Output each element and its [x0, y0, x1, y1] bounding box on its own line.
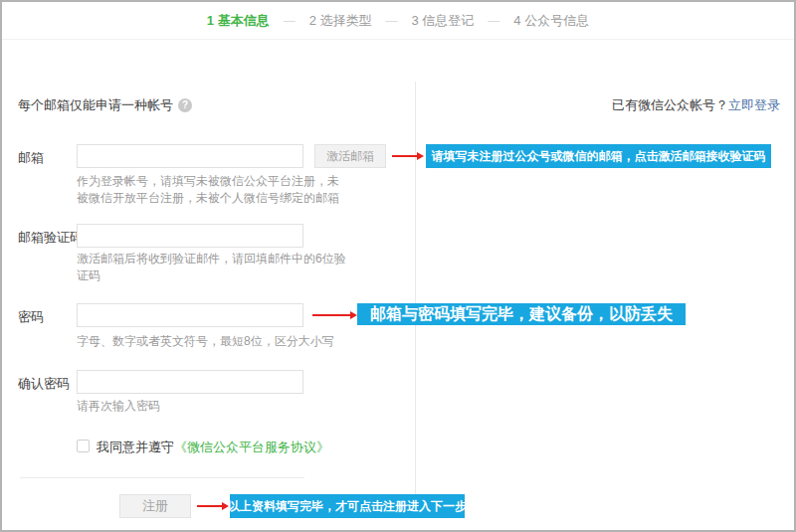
email-hint-line1: 作为登录帐号，请填写未被微信公众平台注册，未: [77, 173, 339, 190]
annotation-register: 以上资料填写完毕，才可点击注册进入下一步: [230, 494, 465, 518]
red-arrow-icon: [312, 314, 350, 316]
register-button[interactable]: 注册: [119, 494, 191, 518]
login-prompt: 已有微信公众帐号？: [612, 97, 728, 112]
agreement-checkbox[interactable]: [77, 440, 90, 452]
service-agreement-link[interactable]: 《微信公众平台服务协议》: [174, 440, 329, 454]
confirm-password-input[interactable]: [77, 370, 303, 394]
step-account-info[interactable]: 4 公众号信息: [513, 12, 589, 30]
registration-page: 1 基本信息 — 2 选择类型 — 3 信息登记 — 4 公众号信息 每个邮箱仅…: [0, 0, 796, 532]
red-arrow-icon: [392, 155, 417, 157]
email-code-label: 邮箱验证码: [18, 229, 83, 247]
agreement-text: 我同意并遵守《微信公众平台服务协议》: [97, 439, 329, 456]
note-text: 每个邮箱仅能申请一种帐号: [18, 96, 173, 114]
step-info-registration[interactable]: 3 信息登记: [412, 12, 475, 30]
code-hint-line1: 激活邮箱后将收到验证邮件，请回填邮件中的6位验: [77, 251, 346, 267]
step-basic-info[interactable]: 1 基本信息: [207, 12, 270, 30]
one-email-one-account-note: 每个邮箱仅能申请一种帐号 ?: [18, 96, 192, 114]
agreement-prefix: 我同意并遵守: [97, 440, 174, 454]
confirm-password-label: 确认密码: [18, 375, 70, 393]
existing-account-login: 已有微信公众帐号？立即登录: [612, 96, 780, 114]
password-input[interactable]: [77, 303, 303, 327]
step-choose-type[interactable]: 2 选择类型: [309, 12, 372, 30]
annotation-email: 请填写未注册过公众号或微信的邮箱，点击激活邮箱接收验证码: [426, 144, 771, 168]
code-hint-line2: 证码: [77, 267, 100, 284]
email-label: 邮箱: [18, 149, 44, 167]
step-separator: —: [386, 14, 398, 28]
horizontal-divider: [20, 477, 304, 478]
step-separator: —: [284, 14, 296, 28]
email-hint-line2: 被微信开放平台注册，未被个人微信号绑定的邮箱: [77, 190, 339, 207]
login-now-link[interactable]: 立即登录: [728, 97, 780, 112]
step-separator: —: [488, 14, 499, 28]
annotation-password: 邮箱与密码填写完毕，建议备份，以防丢失: [357, 303, 686, 325]
email-code-input[interactable]: [77, 224, 303, 248]
email-input[interactable]: [77, 144, 303, 168]
red-arrow-icon: [197, 505, 222, 507]
steps-bar: 1 基本信息 — 2 选择类型 — 3 信息登记 — 4 公众号信息: [2, 2, 794, 40]
password-hint: 字母、数字或者英文符号，最短8位，区分大小写: [77, 333, 334, 350]
confirm-password-hint: 请再次输入密码: [77, 398, 160, 415]
activate-email-button[interactable]: 激活邮箱: [314, 144, 386, 168]
password-label: 密码: [18, 308, 44, 326]
vertical-divider: [415, 82, 416, 517]
question-circle-icon[interactable]: ?: [178, 98, 192, 112]
